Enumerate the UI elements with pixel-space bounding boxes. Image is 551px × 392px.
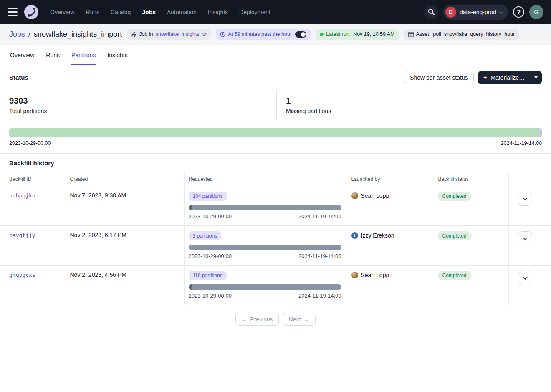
user-avatar[interactable]: G — [529, 5, 543, 19]
nav-item-runs[interactable]: Runs — [86, 9, 99, 15]
partitions-count-badge: 116 partitions — [189, 271, 227, 280]
table-row: udhpqjkb Nov 7, 2023, 9:30 AM 104 partit… — [0, 186, 551, 226]
repo-link[interactable]: snowflake_insights — [156, 31, 200, 37]
nav-item-catalog[interactable]: Catalog — [111, 9, 131, 15]
arrow-right-icon: → — [304, 316, 310, 323]
latest-run-time[interactable]: Nov 19, 10:59 AM — [353, 31, 394, 37]
table-header-row: Backfill ID Created Requested Launched b… — [0, 172, 551, 186]
requested-range-highlight — [189, 284, 192, 290]
asset-label: Asset: — [416, 31, 431, 37]
show-per-asset-status-button[interactable]: Show per-asset status — [404, 71, 474, 84]
sparkle-icon: ✦ — [483, 74, 488, 81]
backfill-id-link[interactable]: udhpqjkb — [9, 192, 35, 199]
created-timestamp: Nov 2, 2023, 4:56 PM — [70, 271, 126, 278]
launched-by-name: Sean Lopp — [361, 272, 389, 278]
backfill-id-link[interactable]: gmqvgcxs — [9, 272, 35, 278]
partition-health-bar[interactable] — [9, 128, 542, 137]
materialize-label: Materialize… — [490, 74, 525, 81]
requested-range-bar — [189, 284, 341, 290]
status-title: Status — [9, 74, 28, 81]
reload-icon[interactable]: ⟳ — [202, 31, 207, 37]
question-mark-icon: ? — [517, 8, 521, 15]
tab-runs[interactable]: Runs — [46, 45, 60, 65]
chevron-down-icon — [523, 235, 527, 240]
job-in-label: Job in — [139, 31, 153, 37]
pagination: ← Previous Next → — [0, 313, 551, 326]
col-header-requested: Requested — [184, 172, 346, 186]
dagster-logo-icon[interactable] — [23, 4, 39, 20]
tab-overview[interactable]: Overview — [10, 45, 34, 65]
materialize-button[interactable]: ✦ Materialize… — [478, 71, 530, 84]
workspace-switcher[interactable]: D data-eng-prod — [443, 5, 508, 20]
hamburger-menu-icon[interactable] — [8, 8, 18, 16]
materialize-split-button: ✦ Materialize… — [478, 71, 542, 84]
next-label: Next — [289, 316, 301, 323]
status-header: Status Show per-asset status ✦ Materiali… — [0, 65, 551, 90]
help-button[interactable]: ? — [513, 6, 524, 18]
asset-table-icon — [408, 32, 414, 37]
job-tabs: Overview Runs Partitions Insights — [0, 45, 551, 65]
row-actions-dropdown-button[interactable] — [518, 231, 532, 245]
row-actions-dropdown-button[interactable] — [518, 271, 532, 285]
chevron-down-icon — [523, 275, 527, 280]
table-row: pavgtjjy Nov 2, 2023, 6:17 PM 3 partitio… — [0, 226, 551, 266]
previous-page-button[interactable]: ← Previous — [235, 313, 278, 326]
clock-icon — [220, 32, 225, 37]
nav-item-automation[interactable]: Automation — [167, 9, 197, 15]
missing-partitions-value: 1 — [286, 96, 331, 106]
workspace-initial-badge: D — [445, 7, 456, 18]
tab-partitions[interactable]: Partitions — [71, 45, 96, 65]
schedule-label: At 59 minutes past the hour — [228, 31, 292, 37]
breadcrumb-separator: / — [28, 30, 30, 39]
col-header-actions — [508, 172, 551, 186]
launched-by-name: Sean Lopp — [361, 192, 389, 199]
job-graph-icon — [131, 32, 136, 37]
top-nav: Overview Runs Catalog Jobs Automation In… — [0, 0, 551, 24]
col-header-created: Created — [65, 172, 184, 186]
materialize-dropdown-button[interactable] — [530, 71, 542, 84]
user-photo-avatar — [351, 272, 358, 278]
search-button[interactable] — [424, 5, 438, 19]
search-icon — [428, 8, 435, 15]
requested-range-start: 2023-10-29-00:00 — [189, 253, 232, 259]
backfill-history-section: Backfill history Backfill ID Created Req… — [0, 153, 551, 305]
latest-run-badge: Latest run: Nov 19, 10:59 AM — [316, 29, 399, 40]
backfill-id-link[interactable]: pavgtjjy — [9, 232, 35, 238]
tab-insights[interactable]: Insights — [107, 45, 127, 65]
user-initial-avatar: I — [351, 232, 358, 239]
col-header-launched-by: Launched by — [346, 172, 433, 186]
row-actions-dropdown-button[interactable] — [518, 192, 532, 206]
requested-range-end: 2024-11-19-14:00 — [298, 213, 341, 220]
breadcrumb-jobs-link[interactable]: Jobs — [9, 30, 25, 39]
requested-range-end: 2024-11-19-14:00 — [298, 293, 341, 299]
asset-name[interactable]: poll_snowflake_query_history_hour — [433, 31, 515, 37]
col-header-backfill-status: Backfill status — [433, 172, 508, 186]
breadcrumb: Jobs / snowflake_insights_import — [9, 30, 122, 39]
total-partitions-value: 9303 — [9, 96, 267, 106]
nav-item-insights[interactable]: Insights — [208, 9, 228, 15]
requested-range-start: 2023-10-29-00:00 — [189, 213, 232, 220]
primary-nav: Overview Runs Catalog Jobs Automation In… — [50, 9, 270, 15]
schedule-badge: At 59 minutes past the hour — [216, 29, 311, 40]
asset-badge[interactable]: Asset: poll_snowflake_query_history_hour — [404, 29, 519, 40]
nav-item-deployment[interactable]: Deployment — [239, 9, 270, 15]
backfill-status-badge: Completed — [438, 271, 471, 280]
missing-partitions-label: Missing partitions — [286, 108, 331, 114]
chevron-down-icon — [523, 196, 527, 200]
partitions-count-badge: 3 partitions — [189, 231, 222, 240]
requested-range-start: 2023-10-29-00:00 — [189, 293, 232, 299]
schedule-toggle[interactable] — [295, 31, 306, 38]
partition-stats: 9303 Total partitions 1 Missing partitio… — [0, 90, 551, 121]
launched-by-name: Izzy Erekson — [361, 232, 394, 239]
created-timestamp: Nov 2, 2023, 6:17 PM — [70, 232, 126, 238]
nav-item-overview[interactable]: Overview — [50, 9, 74, 15]
requested-range-bar — [189, 245, 341, 250]
table-row: gmqvgcxs Nov 2, 2023, 4:56 PM 116 partit… — [0, 266, 551, 305]
page-title: snowflake_insights_import — [34, 30, 122, 39]
requested-range-highlight — [189, 205, 192, 210]
nav-item-jobs[interactable]: Jobs — [142, 9, 156, 15]
total-partitions-label: Total partitions — [9, 108, 267, 114]
next-page-button[interactable]: Next → — [283, 313, 316, 326]
missing-partition-segment — [538, 128, 542, 137]
chevron-down-icon — [534, 76, 538, 78]
